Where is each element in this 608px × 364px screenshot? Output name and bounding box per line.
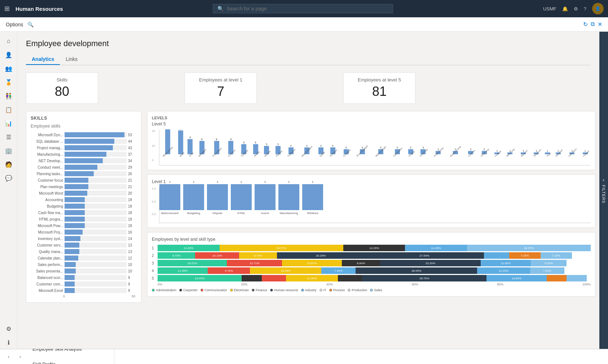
skill-name: Plan meetings: [31, 185, 63, 189]
level5-bar-col: 1 Contract: [580, 150, 591, 158]
bar-x-label: BussDevComp: [450, 146, 462, 157]
legend-item: Industry: [301, 288, 317, 292]
search-icon: 🔍: [217, 6, 224, 12]
level5-bar-col: 4 ManufactMgmt: [298, 145, 316, 158]
skill-bar-container: [65, 210, 127, 215]
legend-dot: [201, 289, 203, 292]
sidebar-info-icon[interactable]: ℹ: [2, 336, 15, 349]
bar-value-label: 8: [214, 138, 219, 141]
avatar[interactable]: 👤: [592, 3, 604, 14]
skill-name: Accounting: [31, 198, 63, 202]
sidebar-person-icon[interactable]: 👤: [2, 48, 15, 61]
skill-bar-container: [65, 197, 127, 202]
sidebar-doc-icon[interactable]: 📋: [2, 103, 15, 116]
sidebar-chat-icon[interactable]: 💬: [2, 172, 15, 185]
skill-name: Microsoft Word: [31, 191, 63, 195]
skill-bar: [65, 132, 124, 137]
skill-bar: [65, 158, 103, 163]
search-bar[interactable]: 🔍: [213, 4, 393, 13]
stacked-segment: 11.59%: [158, 267, 208, 274]
skill-bar-row: Sales perform... 10: [31, 262, 137, 267]
filters-panel[interactable]: ‹ FILTERS: [599, 32, 608, 349]
stacked-level-label: 1: [152, 246, 156, 250]
search-input[interactable]: [226, 6, 388, 12]
skill-bar-container: [65, 281, 127, 287]
skill-bar-row: Plan meetings 21: [31, 184, 137, 189]
skill-bar: [65, 145, 113, 150]
skill-bar: [65, 243, 79, 248]
skill-count: 13: [128, 243, 137, 247]
bottom-tab-2[interactable]: Skill Profile: [26, 357, 114, 364]
sidebar-people-icon[interactable]: 👫: [2, 89, 15, 102]
level1-bar-col: 1 Budgeting: [183, 180, 204, 215]
sidebar-group-icon[interactable]: 👥: [2, 62, 15, 75]
bar-value-label: 4: [330, 145, 335, 147]
skill-bar-container: [65, 236, 127, 241]
skill-name: .NET Develop...: [31, 159, 63, 163]
bar-value-label: 6: [253, 141, 258, 144]
expand-icon[interactable]: ⧉: [591, 21, 595, 28]
skill-bar-row: Microsoft Word 20: [31, 191, 137, 196]
sidebar-badge-icon[interactable]: 🏅: [2, 76, 15, 89]
tab-analytics[interactable]: Analytics: [26, 54, 60, 65]
stacked-segment: 12.04%: [286, 275, 338, 281]
sidebar-list-icon[interactable]: ☰: [2, 130, 15, 143]
bar1-x-label: HTML: [237, 212, 245, 215]
skill-name: Quality mana...: [31, 250, 63, 254]
refresh-icon[interactable]: ↻: [583, 21, 588, 28]
level5-bar-col: 3 MGLearnPrgm: [372, 146, 389, 158]
sidebar-chart-icon[interactable]: 📊: [2, 117, 15, 130]
level1-bar-col: 1 Dispute: [207, 180, 228, 215]
next-tab-btn[interactable]: ›: [14, 349, 26, 364]
skill-bar-container: [65, 262, 127, 267]
legend-label: IT: [323, 288, 326, 292]
sidebar: ⌂ 👤 👥 🏅 👫 📋 📊 ☰ 🏢 🧑 💬 ⚙ ℹ: [0, 32, 17, 349]
sidebar-settings-icon[interactable]: ⚙: [2, 322, 15, 335]
skill-bar-row: Customer focus 21: [31, 178, 137, 183]
stacked-chart-title: Employees by level and skill type: [152, 237, 591, 242]
skill-name: Customer core...: [31, 282, 63, 286]
top-nav-right: USMF 🔔 ⚙ ? 👤: [543, 3, 604, 14]
tab-links[interactable]: Links: [60, 54, 83, 65]
sidebar-user-icon[interactable]: 🧑: [2, 158, 15, 171]
prev-tab-btn[interactable]: ‹: [3, 349, 14, 364]
stacked-segment: 12.20%: [477, 267, 530, 274]
level5-bar-col: 3 CustMgmt: [340, 146, 352, 158]
options-search-icon[interactable]: 🔍: [27, 22, 34, 27]
level1-chart-card: Level 1 1.0 0.5 0.0 1 BalScorecard 1 Bud…: [147, 174, 595, 228]
grid-menu-icon[interactable]: ⊞: [4, 5, 10, 13]
sidebar-home-icon[interactable]: ⌂: [2, 35, 15, 48]
skill-name: Microsoft Excel: [31, 289, 63, 293]
stacked-segment: 28.70%: [362, 275, 486, 281]
skill-bar-container: [65, 132, 127, 137]
levels-section-title: LEVELS: [152, 116, 591, 120]
content-area: Employee development Analytics Links Ski…: [17, 32, 599, 349]
stacked-segment: 7.25%: [509, 252, 541, 259]
skill-bar-row: Customer serv... 13: [31, 243, 137, 248]
skill-count: 9: [128, 282, 137, 286]
skill-name: Microsoft Pow...: [31, 224, 63, 228]
close-icon[interactable]: ✕: [598, 21, 602, 28]
skill-bar-row: Customer core... 9: [31, 281, 137, 287]
level1-bar-col: 1 MSWord: [302, 180, 323, 215]
analytics-tabs: Analytics Links: [26, 54, 591, 65]
level5-bars: 16 MeetingComp 14 MSoft 9 HTML 8 MetaMgm…: [159, 129, 591, 165]
skill-bar: [65, 191, 87, 196]
gear-icon[interactable]: ⚙: [574, 6, 578, 12]
bar-value-label: 6: [241, 141, 246, 144]
help-icon[interactable]: ?: [584, 6, 586, 12]
skill-bar: [65, 184, 88, 189]
skills-section-title: SKILLS: [31, 116, 137, 121]
skill-name: Cash flow ma...: [31, 211, 63, 215]
options-bar: Options 🔍 ↻ ⧉ ✕: [0, 17, 608, 32]
bar1-x-label: Dispute: [212, 212, 222, 215]
legend-item: Carpenter: [179, 288, 198, 292]
skill-count: 18: [128, 204, 137, 208]
sidebar-org-icon[interactable]: 🏢: [2, 144, 15, 157]
level5-bar-col: 8 MetaMgmt: [195, 138, 208, 158]
legend-label: Production: [352, 288, 367, 292]
stacked-level-label: 3: [152, 261, 156, 265]
bar-value-label: 3: [395, 146, 400, 149]
skill-bar-row: Inventory syst... 14: [31, 236, 137, 241]
bell-icon[interactable]: 🔔: [562, 6, 568, 12]
